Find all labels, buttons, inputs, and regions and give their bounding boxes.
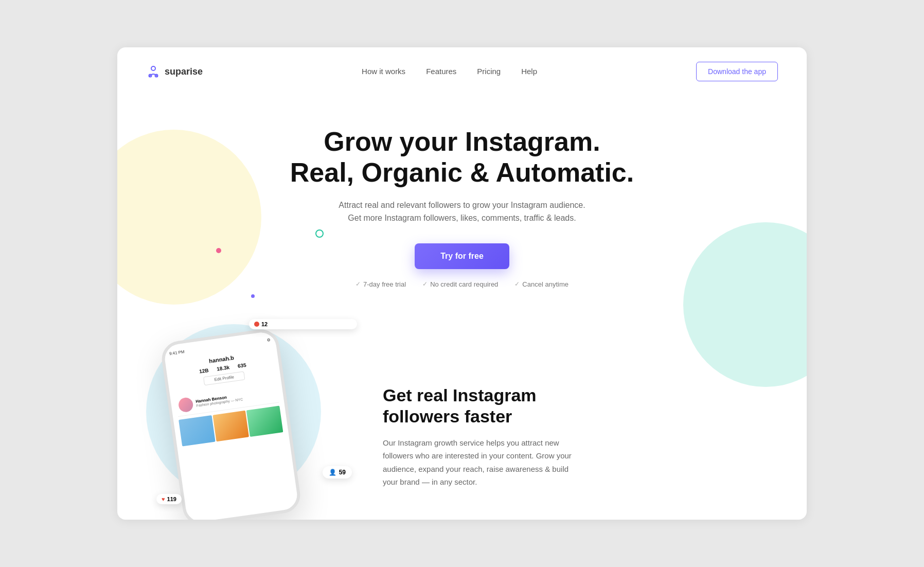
phone-stat-following-val: 635	[237, 362, 246, 369]
logo-text: suparise	[165, 66, 203, 77]
check-icon-no-credit: ✓	[422, 280, 428, 288]
hero-title: Grow your Instagram. Real, Organic & Aut…	[138, 127, 786, 188]
nav-item-help[interactable]: Help	[521, 67, 537, 76]
download-app-button[interactable]: Download the app	[696, 62, 778, 81]
hero-subtitle: Attract real and relevant followers to g…	[138, 199, 786, 225]
feature-no-credit-label: No credit card required	[430, 280, 498, 288]
likes-badge: ♥ 119	[156, 494, 182, 504]
hero-title-line1: Grow your Instagram.	[324, 127, 600, 156]
followers-count: 59	[339, 469, 346, 476]
logo-icon	[146, 64, 161, 79]
followers-icon: 👤	[329, 469, 336, 476]
navbar: suparise How it works Features Pricing H…	[117, 47, 807, 96]
phone-stat-followers-val: 18.3k	[217, 364, 230, 371]
bottom-section: 12 9:41 PM ⚙ hannah.b 12B	[117, 309, 807, 520]
phone-screen: 9:41 PM ⚙ hannah.b 12B 18.3k	[163, 330, 289, 451]
followers-badge: 👤 59	[323, 466, 352, 479]
nav-item-pricing[interactable]: Pricing	[477, 67, 501, 76]
nav-links: How it works Features Pricing Help	[362, 67, 537, 76]
feature-free-trial-label: 7-day free trial	[363, 280, 406, 288]
phone-avatar	[177, 397, 194, 413]
try-for-free-button[interactable]: Try for free	[415, 243, 509, 269]
hero-title-line2: Real, Organic & Automatic.	[290, 157, 634, 187]
phone-stat-following: 635	[237, 362, 246, 369]
check-icon-cancel: ✓	[514, 280, 520, 288]
heart-icon: ♥	[162, 496, 165, 502]
hero-section: Grow your Instagram. Real, Organic & Aut…	[117, 96, 807, 304]
check-icon-free-trial: ✓	[356, 280, 361, 288]
phone-thumb-1	[179, 415, 215, 446]
phone-stat-followers: 18.3k	[217, 364, 230, 371]
feature-cancel: ✓ Cancel anytime	[514, 280, 568, 288]
feature-no-credit: ✓ No credit card required	[422, 280, 498, 288]
nav-item-features[interactable]: Features	[426, 67, 456, 76]
phone-bio-text: Hannah Benson Fashion photography — NYC	[196, 393, 243, 407]
notif-count: 12	[261, 321, 268, 327]
likes-count: 119	[167, 496, 176, 502]
nav-item-how-it-works[interactable]: How it works	[362, 67, 405, 76]
svg-point-0	[151, 66, 155, 70]
logo-link[interactable]: suparise	[146, 64, 203, 79]
main-card: suparise How it works Features Pricing H…	[117, 47, 807, 520]
bottom-title-line1: Get real Instagram	[383, 385, 537, 405]
phone-thumb-2	[212, 411, 249, 441]
nav-link-features[interactable]: Features	[426, 67, 456, 76]
nav-link-pricing[interactable]: Pricing	[477, 67, 501, 76]
notif-dot	[254, 322, 259, 327]
phone-edit-profile-button[interactable]: Edit Profile	[203, 371, 245, 385]
hero-subtitle-line2: Get more Instagram followers, likes, com…	[348, 214, 576, 222]
hero-features: ✓ 7-day free trial ✓ No credit card requ…	[138, 280, 786, 288]
bottom-description: Our Instagram growth service helps you a…	[383, 436, 578, 489]
bottom-title-line2: followers faster	[383, 406, 512, 426]
notification-badge: 12	[249, 319, 357, 329]
phone-stat-posts-val: 12B	[199, 367, 209, 374]
phone-icons: ⚙	[266, 338, 271, 343]
phone-thumb-3	[246, 405, 283, 436]
nav-link-help[interactable]: Help	[521, 67, 537, 76]
bottom-title: Get real Instagram followers faster	[383, 385, 778, 427]
hero-subtitle-line1: Attract real and relevant followers to g…	[339, 201, 585, 209]
nav-link-how-it-works[interactable]: How it works	[362, 67, 405, 76]
bottom-text-section: Get real Instagram followers faster Our …	[383, 385, 778, 520]
phone-time: 9:41 PM	[169, 349, 185, 356]
phone-mockup: 12 9:41 PM ⚙ hannah.b 12B	[156, 319, 352, 520]
phone-stat-posts: 12B	[199, 367, 209, 374]
feature-free-trial: ✓ 7-day free trial	[356, 280, 406, 288]
feature-cancel-label: Cancel anytime	[522, 280, 568, 288]
